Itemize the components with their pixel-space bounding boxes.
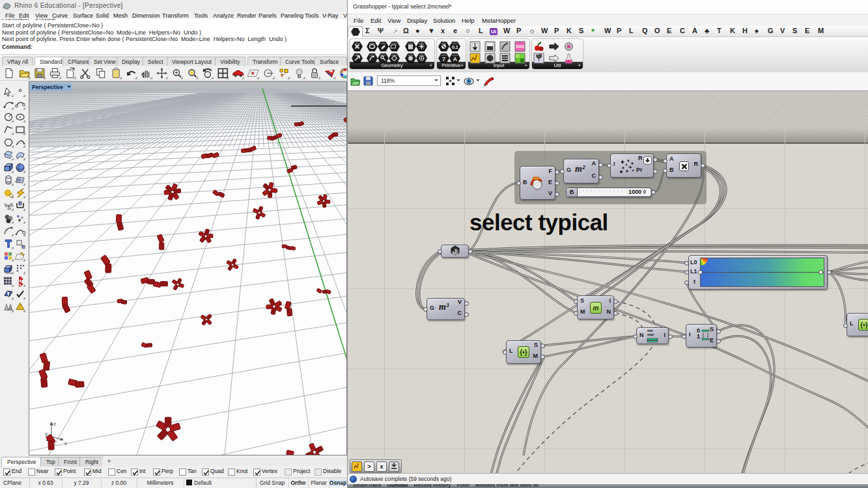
svg-text:z: z — [53, 421, 56, 427]
svg-text:y: y — [45, 431, 48, 437]
svg-text:0.1: 0.1 — [452, 45, 458, 49]
svg-text:A: A — [453, 56, 458, 62]
svg-text:x: x — [64, 441, 67, 446]
svg-text:7: 7 — [442, 56, 445, 62]
